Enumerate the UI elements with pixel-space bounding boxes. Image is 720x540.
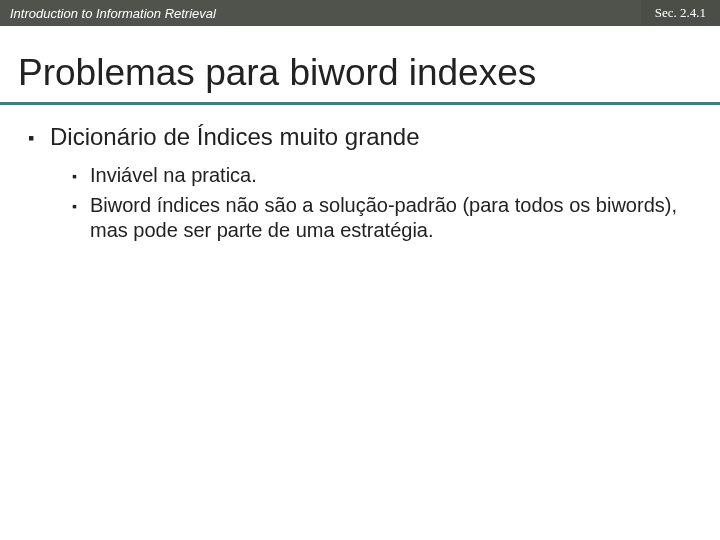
bullet-text: Biword índices não são a solução-padrão … [90, 193, 692, 243]
slide-content: ▪ Dicionário de Índices muito grande ▪ I… [0, 105, 720, 243]
bullet-marker-icon: ▪ [72, 163, 90, 189]
bullet-text: Dicionário de Índices muito grande [50, 123, 692, 151]
bullet-marker-icon: ▪ [72, 193, 90, 219]
list-item: ▪ Inviável na pratica. [72, 163, 692, 189]
header-bar: Introduction to Information Retrieval Se… [0, 0, 720, 26]
list-item: ▪ Dicionário de Índices muito grande [28, 123, 692, 153]
bullet-marker-icon: ▪ [28, 123, 50, 153]
slide-title: Problemas para biword indexes [0, 26, 720, 102]
list-item: ▪ Biword índices não são a solução-padrã… [72, 193, 692, 243]
header-section-label: Sec. 2.4.1 [641, 0, 720, 26]
bullet-text: Inviável na pratica. [90, 163, 692, 188]
header-left-title: Introduction to Information Retrieval [0, 0, 641, 26]
